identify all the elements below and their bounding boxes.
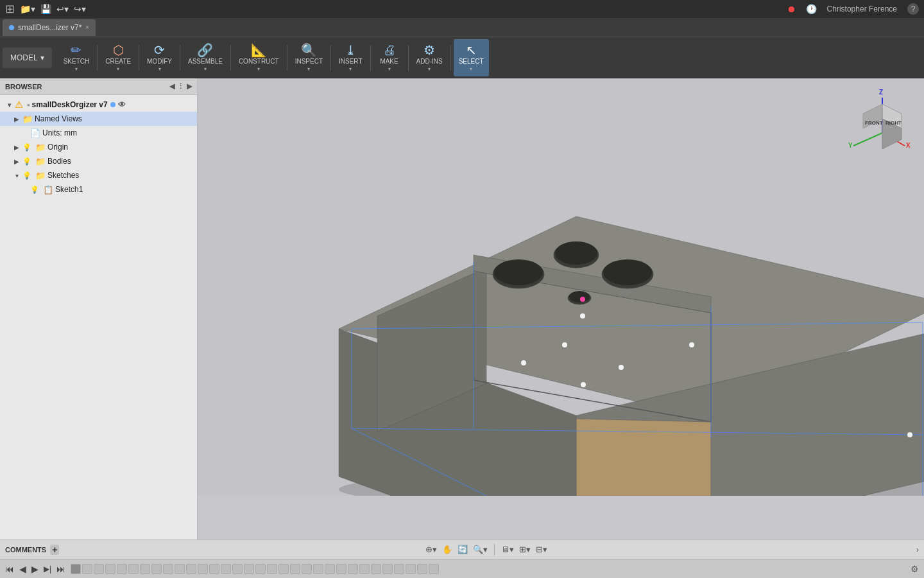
- svg-point-29: [562, 342, 567, 347]
- orbit-icon[interactable]: 🔄: [458, 545, 468, 554]
- construct-button[interactable]: 📐 CONSTRUCT ▾: [234, 39, 284, 76]
- timeline-step-fwd-button[interactable]: ⏭: [56, 564, 65, 574]
- browser-panel: BROWSER ◀ ⋮ ▶ ▾ ⚠ ▪ smallDeskOrgizer v7 …: [0, 78, 198, 539]
- viewport-toolbar-icons: ⊕▾ ✋ 🔄 🔍▾ 🖥▾ ⊞▾ ⊟▾: [425, 544, 547, 556]
- addins-button[interactable]: ⚙ ADD-INS ▾: [411, 39, 448, 76]
- timeline-marker-icon: [163, 564, 173, 574]
- timeline-marker-icon: [429, 564, 439, 574]
- named-views-folder-icon: 📁: [22, 114, 33, 124]
- select-caret: ▾: [470, 66, 472, 72]
- assemble-caret: ▾: [204, 66, 207, 72]
- make-button[interactable]: 🖨 MAKE ▾: [373, 39, 406, 76]
- app-grid-icon[interactable]: ⊞: [5, 2, 15, 16]
- svg-point-31: [619, 365, 624, 370]
- comments-section: COMMENTS +: [5, 545, 59, 555]
- model-caret: ▾: [40, 53, 44, 62]
- timeline-marker-icon: [94, 564, 104, 574]
- named-views-expand-icon[interactable]: ▶: [13, 116, 21, 123]
- sep5: [287, 45, 287, 71]
- viewport[interactable]: X Y Z FRONT RIGHT: [198, 78, 924, 539]
- save-button[interactable]: 💾: [40, 4, 51, 14]
- timeline-marker-icon: [406, 564, 416, 574]
- browser-root-item[interactable]: ▾ ⚠ ▪ smallDeskOrgizer v7 👁: [0, 98, 197, 112]
- browser-settings-icon[interactable]: ⋮: [177, 82, 184, 91]
- grid-icon[interactable]: ⊞▾: [519, 545, 531, 554]
- insert-button[interactable]: ⤓ INSERT ▾: [334, 39, 368, 76]
- timeline-marker-icon: [117, 564, 127, 574]
- sketches-item[interactable]: ▾ 💡 📁 Sketches: [0, 168, 197, 182]
- inspect-button[interactable]: 🔍 INSPECT ▾: [290, 39, 328, 76]
- sketch1-item[interactable]: 💡 📋 Sketch1: [0, 182, 197, 197]
- svg-point-32: [689, 342, 694, 347]
- sketch-caret: ▾: [75, 66, 78, 72]
- browser-toggle-icon[interactable]: ◀: [169, 82, 175, 91]
- pan-icon[interactable]: ✋: [442, 545, 452, 554]
- origin-light-icon: 💡: [22, 143, 31, 152]
- browser-expand-icon[interactable]: ▶: [187, 82, 192, 91]
- named-views-item[interactable]: ▶ 📁 Named Views: [0, 112, 197, 126]
- browser-header: BROWSER ◀ ⋮ ▶: [0, 78, 197, 95]
- timeline-marker-icon: [348, 564, 358, 574]
- modify-button[interactable]: ⟳ MODIFY ▾: [142, 39, 177, 76]
- timeline-marker-icon: [186, 564, 196, 574]
- sketch1-light-icon: 💡: [30, 186, 39, 194]
- zoom-icon[interactable]: 🔍▾: [473, 545, 488, 554]
- tab-label: smallDes...izer v7*: [18, 23, 81, 32]
- svg-point-12: [494, 259, 543, 285]
- sketch1-label: Sketch1: [55, 185, 83, 194]
- panel-collapse-icon[interactable]: ›: [916, 545, 919, 554]
- make-label: MAKE: [380, 58, 398, 65]
- units-item: 📄 Units: mm: [0, 126, 197, 140]
- file-icon[interactable]: 📁▾: [20, 4, 35, 14]
- root-eye-icon[interactable]: 👁: [118, 100, 126, 109]
- origin-expand-icon[interactable]: ▶: [13, 144, 21, 151]
- units-icon: 📄: [30, 128, 40, 138]
- cube-gizmo[interactable]: X Y Z FRONT RIGHT: [847, 85, 918, 155]
- timeline-marker-icon: [382, 564, 393, 574]
- svg-point-35: [907, 432, 912, 437]
- status-bar: COMMENTS + ⊕▾ ✋ 🔄 🔍▾ 🖥▾ ⊞▾ ⊟▾ ›: [0, 539, 924, 559]
- sketches-expand-icon[interactable]: ▾: [13, 172, 21, 179]
- bodies-expand-icon[interactable]: ▶: [13, 158, 21, 165]
- tab-bar: smallDes...izer v7* ×: [0, 18, 924, 37]
- construct-label: CONSTRUCT: [239, 58, 279, 65]
- tab-close-button[interactable]: ×: [85, 24, 89, 31]
- timeline-play-button[interactable]: ▶: [31, 564, 38, 574]
- svg-line-40: [853, 133, 882, 146]
- toolbar: MODEL ▾ ✏ SKETCH ▾ ⬡ CREATE ▾ ⟳ MODIFY ▾…: [0, 37, 924, 78]
- document-tab[interactable]: smallDes...izer v7* ×: [3, 19, 96, 36]
- create-button[interactable]: ⬡ CREATE ▾: [100, 39, 136, 76]
- sketch-icon: ✏: [71, 44, 81, 57]
- assemble-button[interactable]: 🔗 ASSEMBLE ▾: [183, 39, 228, 76]
- insert-label: INSERT: [339, 58, 363, 65]
- undo-button[interactable]: ↩▾: [56, 4, 69, 14]
- model-menu-button[interactable]: MODEL ▾: [3, 48, 52, 68]
- timeline-prev-button[interactable]: ◀: [19, 564, 26, 574]
- sketch-button[interactable]: ✏ SKETCH ▾: [58, 39, 95, 76]
- layout-icon[interactable]: ⊟▾: [536, 545, 547, 554]
- insert-caret: ▾: [349, 66, 352, 72]
- comments-label: COMMENTS: [5, 546, 46, 554]
- select-button[interactable]: ↖ SELECT ▾: [454, 39, 489, 76]
- named-views-label: Named Views: [35, 114, 82, 123]
- root-expand-icon[interactable]: ▾: [5, 101, 13, 109]
- construct-caret: ▾: [257, 66, 260, 72]
- display-mode-icon[interactable]: 🖥▾: [501, 545, 514, 554]
- timeline-marker-icon: [267, 564, 277, 574]
- user-name[interactable]: Christopher Ference: [827, 4, 897, 13]
- snap-icon[interactable]: ⊕▾: [425, 545, 437, 554]
- help-button[interactable]: ?: [907, 3, 919, 15]
- inspect-caret: ▾: [307, 66, 310, 72]
- timeline-step-back-button[interactable]: ⏮: [5, 564, 14, 574]
- timeline-settings-icon[interactable]: ⚙: [911, 564, 919, 574]
- timeline-next-button[interactable]: ▶|: [44, 565, 51, 574]
- timeline-marker-icon: [244, 564, 254, 574]
- comments-add-icon[interactable]: +: [50, 545, 59, 555]
- bodies-item[interactable]: ▶ 💡 📁 Bodies: [0, 154, 197, 168]
- redo-button[interactable]: ↪▾: [74, 4, 86, 14]
- addins-caret: ▾: [428, 66, 431, 72]
- origin-item[interactable]: ▶ 💡 📁 Origin: [0, 140, 197, 154]
- clock-icon: 🕐: [806, 4, 817, 14]
- root-label: smallDeskOrgizer v7: [32, 100, 108, 109]
- browser-title: BROWSER: [5, 83, 42, 91]
